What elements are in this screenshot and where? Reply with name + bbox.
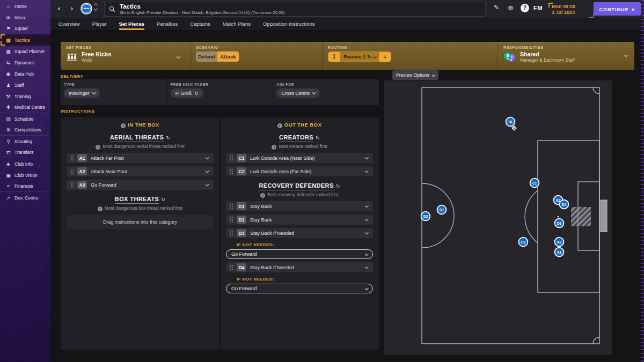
sidebar-item-label: Medical Centre — [14, 105, 45, 110]
sidebar-item-label: Inbox — [14, 15, 26, 20]
attack-toggle[interactable]: Attack — [217, 51, 239, 62]
player-marker-d2[interactable]: D2 — [421, 212, 430, 221]
routine-dropdown[interactable]: Routine 1 — [340, 52, 379, 62]
instruction-row-d3[interactable]: D3 Stay Back If Needed — [226, 228, 373, 238]
player-marker-a1[interactable]: A1 — [555, 248, 564, 257]
instruction-row-c1[interactable]: C1 Lurk Outside Area (Near Side) — [226, 153, 373, 163]
sidebar-item-dynamics[interactable]: ⇆Dynamics — [0, 57, 50, 68]
set-pieces-section: SET PIECES Free Kicks Wi — [61, 42, 190, 70]
instruction-row-a3[interactable]: A3 Go Forward — [67, 180, 214, 190]
tab-penalties[interactable]: Penalties — [157, 18, 178, 30]
drag-handle-icon[interactable] — [70, 168, 74, 174]
aim-for-dropdown[interactable]: Cross Centre — [276, 88, 320, 98]
tab-player[interactable]: Player — [92, 18, 107, 30]
player-marker-d1[interactable]: D1 — [437, 205, 447, 215]
drag-handle-icon[interactable] — [230, 155, 233, 161]
tab-match-plans[interactable]: Match Plans — [223, 18, 251, 30]
sidebar-item-label: Staff — [14, 83, 24, 88]
instruction-row-d1[interactable]: D1 Stay Back — [226, 201, 373, 211]
sidebar-item-data-hub[interactable]: ◉Data Hub — [0, 68, 50, 79]
routine-number-button[interactable]: 1 — [328, 52, 340, 62]
edit-icon[interactable]: ✎ — [494, 4, 499, 11]
title-search-box[interactable]: Tactics 5th in English Premier Division … — [104, 2, 486, 17]
chevron-down-icon — [365, 252, 369, 256]
sidebar-item-club-info[interactable]: ◈Club Info — [0, 158, 50, 169]
drag-handle-icon[interactable] — [70, 155, 74, 161]
club-badge-icon[interactable] — [80, 3, 92, 14]
instruction-row-a2[interactable]: A2 Attack Near Post — [67, 166, 214, 176]
sidebar-item-label: Club Vision — [14, 173, 38, 178]
responsibilities-section: RESPONSIBILITIES Shared Manager & Backro… — [497, 42, 634, 70]
sidebar-item-finances[interactable]: ¤Finances — [0, 181, 50, 192]
team-switcher[interactable] — [94, 4, 97, 10]
sidebar-item-squad-planner[interactable]: ▦Squad Planner — [0, 46, 50, 57]
recovery-defenders-header: RECOVERY DEFENDERS — [226, 182, 373, 189]
world-icon[interactable]: ⊕ — [508, 4, 514, 12]
in-the-box-column: iIN THE BOX AERIAL THREATS iMost dangero… — [67, 117, 214, 229]
sidebar-item-schedule[interactable]: ▥Schedule — [0, 113, 50, 124]
sidebar-item-club-vision[interactable]: ▣Club Vision — [0, 169, 50, 181]
player-marker-d4[interactable]: D4 — [560, 200, 569, 209]
hint-text: Most dangerous box threat ranked first — [105, 205, 183, 211]
sidebar-item-squad[interactable]: ⚑Squad — [0, 23, 50, 34]
sidebar-item-dev-centre[interactable]: ↗Dev. Centre — [0, 192, 50, 203]
responsibilities-dropdown[interactable]: Shared Manager & Backroom Staff — [503, 51, 629, 63]
sidebar-item-medical-centre[interactable]: ✚Medical Centre — [0, 102, 50, 113]
add-routine-button[interactable]: + — [379, 52, 391, 62]
delivery-type-value: Inswinger — [69, 91, 90, 96]
forward-button[interactable]: › — [68, 4, 76, 13]
delivery-type-dropdown[interactable]: Inswinger — [64, 88, 100, 98]
box-threats-header: BOX THREATS — [67, 196, 214, 202]
responsibility-value: Shared — [520, 51, 575, 57]
if-not-needed-dropdown[interactable]: Go Forward — [226, 284, 373, 293]
player-marker-tk[interactable]: TK — [506, 117, 515, 127]
player-marker-c2[interactable]: C2 — [519, 238, 528, 247]
instruction-row-d2[interactable]: D2 Stay Back — [226, 215, 373, 225]
drag-handle-icon[interactable] — [230, 230, 233, 236]
training-icon: ⚒ — [5, 94, 12, 99]
drag-handle-icon[interactable] — [230, 217, 233, 223]
help-icon[interactable]: ? — [521, 4, 529, 12]
sidebar-item-training[interactable]: ⚒Training — [0, 91, 50, 102]
sidebar-item-label: Dev. Centre — [14, 195, 39, 201]
fm-logo[interactable]: FM — [533, 5, 543, 11]
chevron-down-icon — [372, 55, 376, 58]
drag-handle-icon[interactable] — [230, 168, 233, 174]
tab-set-pieces[interactable]: Set Pieces — [119, 18, 145, 30]
if-not-needed-dropdown[interactable]: Go Forward — [226, 249, 373, 259]
tab-overview[interactable]: Overview — [58, 18, 80, 30]
back-button[interactable]: ‹ — [55, 4, 63, 13]
tab-captains[interactable]: Captains — [190, 18, 210, 30]
drag-drop-zone[interactable]: Drag instructions into this category — [67, 215, 214, 229]
drag-handle-icon[interactable] — [70, 182, 74, 188]
instruction-row-c2[interactable]: C2 Lurk Outside Area (Far Side) — [226, 166, 373, 176]
player-marker-d3[interactable]: D3 — [555, 219, 564, 228]
player-marker-c1[interactable]: C1 — [530, 179, 539, 188]
free-kick-taker-selector[interactable]: P. Groß — [171, 88, 203, 98]
player-marker-a3[interactable]: A3 — [555, 238, 564, 247]
sidebar-item-label: Transfers — [14, 150, 34, 155]
in-the-box-title: iIN THE BOX — [67, 122, 214, 128]
set-piece-type: Free Kicks — [82, 51, 112, 57]
svg-text:A1: A1 — [557, 250, 562, 254]
creators-text: CREATORS — [279, 134, 313, 142]
sidebar-item-tactics[interactable]: ▤Tactics — [0, 34, 50, 46]
sidebar-item-inbox[interactable]: ✉Inbox — [0, 12, 50, 23]
sidebar-item-scouting[interactable]: ⚲Scouting — [0, 136, 50, 147]
sidebar-item-competitions[interactable]: ♛Competitions — [0, 124, 50, 136]
date-day: 3 Jul 2023 — [552, 10, 586, 16]
continue-button[interactable]: CONTINUE — [594, 2, 641, 16]
drag-handle-icon[interactable] — [230, 264, 233, 270]
instruction-row-d4[interactable]: D4 Stay Back If Needed — [226, 262, 373, 272]
set-piece-pitch: TK D2 D1 C1 C2 A2 D4 D3 A3 A1 — [381, 78, 644, 362]
set-piece-type-dropdown[interactable]: Free Kicks Wide — [66, 51, 185, 63]
sidebar-item-staff[interactable]: ♟Staff — [0, 79, 50, 91]
drag-handle-icon[interactable] — [230, 203, 233, 209]
defend-toggle[interactable]: Defend — [196, 51, 217, 62]
instruction-value: Attack Far Post — [91, 156, 124, 161]
instruction-row-a1[interactable]: A1 Attack Far Post — [67, 153, 214, 163]
tab-opposition-instructions[interactable]: Opposition Instructions — [263, 18, 315, 30]
sidebar-item-transfers[interactable]: ⇄Transfers — [0, 147, 50, 158]
refresh-icon — [316, 134, 320, 141]
sidebar-item-home[interactable]: ⌂Home — [0, 1, 50, 12]
